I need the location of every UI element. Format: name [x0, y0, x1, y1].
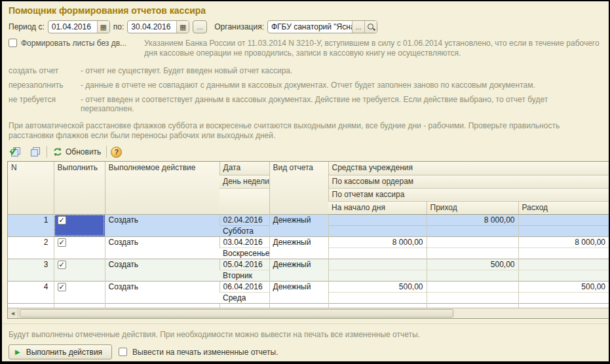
row-date-cell[interactable]: 03.04.2016	[219, 236, 269, 247]
period-from-field[interactable]: 01.04.2016 ▦	[48, 20, 110, 33]
period-more-button[interactable]: ...	[193, 20, 207, 33]
check-all-button[interactable]	[7, 145, 23, 158]
row-number-cell[interactable]: 2	[8, 236, 54, 259]
organization-field[interactable]: ФГБУ санаторий "Ясная Полян ...	[267, 20, 377, 33]
row-execute-cell[interactable]: ✓	[54, 236, 105, 259]
row-number-cell[interactable]: 4	[8, 281, 54, 303]
row-number-cell[interactable]: 3	[8, 259, 54, 281]
col-header-date[interactable]: Дата	[219, 162, 269, 175]
row-execute-cell[interactable]: ✓	[54, 259, 105, 281]
row-expense-cell[interactable]: 8 000,00	[518, 236, 609, 247]
group-header-funds[interactable]: Средства учреждения	[328, 162, 609, 175]
row-report-type-cell[interactable]: Денежный	[269, 281, 328, 303]
organization-label: Организация:	[214, 22, 264, 31]
row-income-cell[interactable]: 500,00	[427, 259, 518, 270]
organization-value[interactable]: ФГБУ санаторий "Ясная Полян	[268, 22, 352, 31]
row-expense-cell[interactable]	[518, 292, 609, 303]
refresh-button[interactable]: Обновить	[51, 146, 102, 158]
row-weekday-cell[interactable]: Воскресенье	[219, 247, 269, 259]
table-row: 3 ✓ Создать 05.04.2016 Денежный 500,00	[8, 259, 609, 270]
definition-row: не требуется - отчет введен и соответств…	[9, 95, 602, 113]
row-income-cell[interactable]	[427, 270, 518, 281]
row-day-start-cell[interactable]: 500,00	[328, 281, 427, 292]
col-header-n[interactable]: N	[8, 162, 54, 214]
period-to-field[interactable]: 30.04.2016 ▦	[127, 20, 189, 33]
col-header-report-type[interactable]: Вид отчета	[269, 162, 328, 214]
row-day-start-cell[interactable]	[328, 292, 427, 303]
calendar-icon[interactable]: ▦	[97, 21, 109, 33]
row-checkbox[interactable]: ✓	[58, 238, 66, 247]
row-expense-cell[interactable]	[518, 214, 609, 225]
row-day-start-cell[interactable]	[328, 259, 427, 270]
refresh-icon	[52, 147, 63, 157]
row-day-start-cell[interactable]	[328, 270, 427, 281]
toolbar-separator	[106, 146, 107, 158]
row-weekday-cell[interactable]: Суббота	[219, 225, 269, 236]
period-from-label: Период с:	[9, 22, 45, 31]
row-execute-cell[interactable]: ✓	[54, 281, 105, 303]
row-expense-cell[interactable]	[518, 225, 609, 236]
scrollbar-thumb[interactable]	[20, 309, 453, 318]
definition-row: создать отчет - отчет не существует. Буд…	[9, 66, 602, 75]
row-report-type-cell[interactable]: Денежный	[269, 236, 328, 259]
row-expense-cell[interactable]: 500,00	[518, 281, 609, 292]
row-action-cell[interactable]: Создать	[105, 214, 219, 236]
table-body: 1 ✓ Создать 02.04.2016 Денежный 8 000,00…	[8, 214, 609, 303]
report-table: N Выполнить Выполняемое действие Дата Ви…	[7, 161, 609, 319]
row-action-cell[interactable]: Создать	[105, 236, 219, 259]
table-header: N Выполнить Выполняемое действие Дата Ви…	[8, 162, 609, 214]
row-number-cell[interactable]: 1	[8, 214, 54, 236]
row-day-start-cell[interactable]	[328, 225, 427, 236]
row-report-type-cell[interactable]: Денежный	[269, 259, 328, 281]
period-to-value[interactable]: 30.04.2016	[128, 22, 176, 31]
help-icon[interactable]: ?	[111, 147, 122, 158]
group-header-orders[interactable]: По кассовым ордерам	[328, 175, 609, 188]
col-header-weekday[interactable]: День недели	[219, 175, 269, 188]
sheets-checkbox-label[interactable]: Формировать листы без дв...	[21, 39, 140, 48]
row-day-start-cell[interactable]	[328, 247, 427, 259]
row-income-cell[interactable]	[427, 281, 518, 292]
row-checkbox[interactable]: ✓	[58, 216, 66, 225]
row-income-cell[interactable]	[427, 225, 518, 236]
group-header-reports[interactable]: По отчетам кассира	[328, 188, 609, 201]
execute-actions-button[interactable]: ▶ Выполнить действия	[9, 344, 112, 359]
row-report-type-cell[interactable]: Денежный	[269, 214, 328, 236]
print-checkbox-label[interactable]: Вывести на печать измененные отчеты.	[132, 348, 278, 357]
col-header-execute[interactable]: Выполнить	[54, 162, 105, 214]
row-income-cell[interactable]	[427, 247, 518, 259]
period-from-value[interactable]: 01.04.2016	[48, 22, 97, 31]
row-day-start-cell[interactable]: 8 000,00	[328, 236, 427, 247]
col-header-income[interactable]: Приход	[427, 201, 518, 214]
row-day-start-cell[interactable]	[328, 214, 427, 225]
print-checkbox[interactable]: ✓	[119, 348, 127, 356]
table-row: 1 ✓ Создать 02.04.2016 Денежный 8 000,00	[8, 214, 609, 225]
uncheck-all-button[interactable]	[27, 145, 43, 158]
row-date-cell[interactable]: 05.04.2016	[219, 259, 269, 270]
row-checkbox[interactable]: ✓	[58, 261, 66, 269]
row-expense-cell[interactable]	[518, 247, 609, 259]
row-action-cell[interactable]: Создать	[105, 281, 219, 303]
row-date-cell[interactable]: 02.04.2016	[219, 214, 269, 225]
row-income-cell[interactable]: 8 000,00	[427, 214, 518, 225]
sheets-checkbox[interactable]: ✓	[9, 39, 17, 47]
definition-term: не требуется	[9, 95, 81, 113]
col-header-day-start[interactable]: На начало дня	[328, 201, 427, 214]
row-weekday-cell[interactable]: Среда	[219, 292, 269, 303]
col-header-expense[interactable]: Расход	[518, 201, 609, 214]
row-execute-cell[interactable]: ✓	[54, 214, 105, 236]
horizontal-scrollbar[interactable]: ◀	[8, 308, 609, 318]
definition-term: создать отчет	[9, 66, 81, 75]
col-header-action[interactable]: Выполняемое действие	[105, 162, 219, 214]
row-expense-cell[interactable]	[518, 259, 609, 270]
row-action-cell[interactable]: Создать	[105, 259, 219, 281]
search-icon[interactable]	[364, 21, 377, 33]
row-income-cell[interactable]	[427, 236, 518, 247]
organization-more-button[interactable]: ...	[352, 21, 364, 33]
row-expense-cell[interactable]	[518, 270, 609, 281]
calendar-icon[interactable]: ▦	[176, 21, 189, 33]
scroll-left-icon[interactable]: ◀	[8, 308, 18, 318]
row-income-cell[interactable]	[427, 292, 518, 303]
row-weekday-cell[interactable]: Вторник	[219, 270, 269, 281]
row-date-cell[interactable]: 06.04.2016	[219, 281, 269, 292]
row-checkbox[interactable]: ✓	[58, 283, 66, 291]
